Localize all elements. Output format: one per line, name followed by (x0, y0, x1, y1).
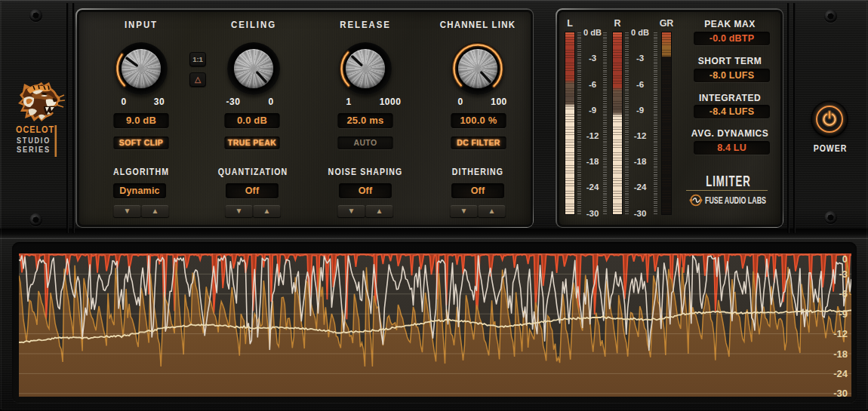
svg-text:FUSE AUDIO LABS: FUSE AUDIO LABS (705, 195, 766, 206)
svg-text:-30: -30 (833, 388, 848, 397)
svg-text:-3: -3 (839, 268, 848, 280)
svg-text:0: 0 (842, 253, 848, 265)
svg-text:-12: -12 (833, 328, 848, 339)
svg-text:-6: -6 (839, 288, 848, 299)
svg-text:STUDIO: STUDIO (17, 136, 51, 145)
svg-text:-24: -24 (833, 368, 848, 379)
svg-text:-9: -9 (839, 308, 848, 320)
svg-text:-18: -18 (833, 348, 848, 360)
svg-text:SERIES: SERIES (17, 146, 51, 154)
svg-text:OCELOT: OCELOT (16, 124, 54, 135)
